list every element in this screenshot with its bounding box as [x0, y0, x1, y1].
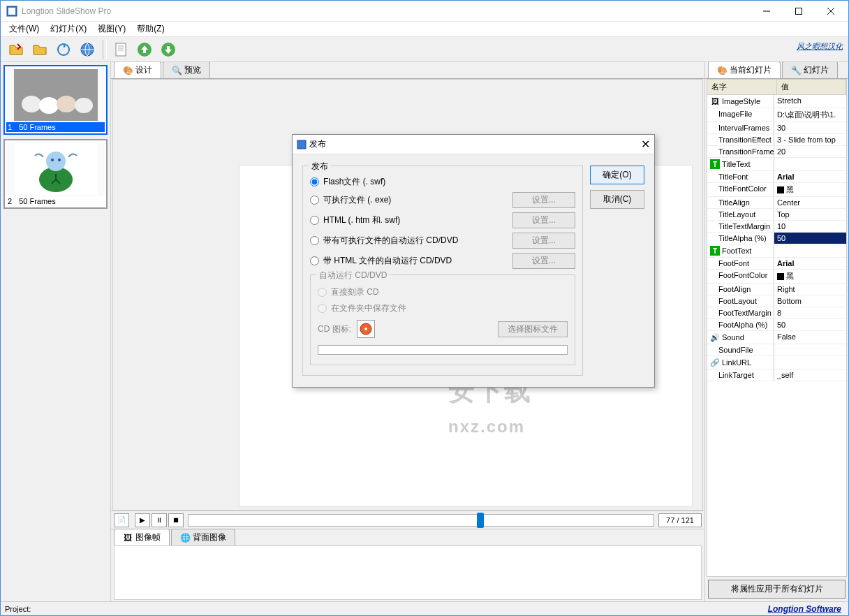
publish-group-label: 发布 [309, 161, 331, 173]
cdhtml-settings-button[interactable]: 设置... [512, 253, 575, 269]
prop-row[interactable]: FootAlignRight [707, 284, 846, 295]
prop-row[interactable]: 🔊SoundFalse [707, 331, 846, 344]
prop-row[interactable]: ImageFileD:\桌面\说明书\1. [707, 108, 846, 122]
prop-row[interactable]: TitleAlignCenter [707, 197, 846, 209]
up-arrow-icon[interactable] [133, 38, 156, 61]
prop-row[interactable]: TitleFontArial [707, 171, 846, 183]
html-settings-button[interactable]: 设置... [512, 212, 575, 228]
prop-row[interactable]: TTitleText [707, 158, 846, 171]
opt-cdexe-radio[interactable] [310, 236, 319, 245]
brand-link[interactable]: Longtion Software [768, 604, 841, 614]
tab-current-slide[interactable]: 🎨当前幻灯片 [708, 61, 781, 78]
app-title: Longtion SlideShow Pro [22, 6, 751, 16]
slide-thumbnails-panel: 150 Frames 250 Frames [1, 62, 111, 601]
svg-point-17 [57, 96, 76, 112]
statusbar: Project: Longtion Software [1, 601, 848, 615]
property-grid[interactable]: 名字值 🖼ImageStyleStretchImageFileD:\桌面\说明书… [707, 79, 847, 577]
play-button[interactable]: ▶ [135, 513, 150, 527]
new-folder-icon[interactable] [5, 38, 27, 61]
prop-row[interactable]: FootAlpha (%)50 [707, 319, 846, 331]
tab-bg-image[interactable]: 🌐背面图像 [171, 529, 235, 545]
playback-bar: 📄 ▶ ⏸ ⏹ 77 / 121 [111, 511, 704, 529]
opt-exe-radio[interactable] [310, 196, 319, 205]
cancel-button[interactable]: 取消(C) [590, 190, 644, 209]
frame-icon: 🖼 [123, 533, 133, 543]
cdexe-settings-button[interactable]: 设置... [512, 233, 575, 249]
prop-row[interactable]: TitleAlpha (%)50 [707, 233, 846, 244]
menu-slide[interactable]: 幻灯片(X) [45, 22, 92, 36]
dialog-close-icon[interactable]: ✕ [641, 138, 650, 151]
ok-button[interactable]: 确定(O) [590, 166, 644, 184]
prop-row[interactable]: LinkTarget_self [707, 369, 846, 381]
page-icon[interactable]: 📄 [114, 513, 129, 527]
prop-row[interactable]: 🖼ImageStyleStretch [707, 95, 846, 108]
down-arrow-icon[interactable] [157, 38, 179, 61]
tab-slides[interactable]: 🔧幻灯片 [782, 61, 838, 78]
snd-icon: 🔊 [710, 332, 720, 342]
tab-preview[interactable]: 🔍预览 [163, 61, 210, 78]
prop-row[interactable]: FootFontColor黑 [707, 270, 846, 284]
preview-icon: 🔍 [172, 66, 182, 75]
stop-button[interactable]: ⏹ [168, 513, 184, 527]
document-icon[interactable] [110, 38, 132, 61]
menu-view[interactable]: 视图(Y) [92, 22, 131, 36]
maximize-button[interactable] [783, 1, 815, 21]
pause-button[interactable]: ⏸ [152, 513, 167, 527]
app-icon [6, 6, 17, 17]
prop-row[interactable]: TitleLayoutTop [707, 209, 846, 221]
exe-settings-button[interactable]: 设置... [512, 192, 575, 208]
thumbnail-2[interactable]: 250 Frames [3, 139, 108, 209]
design-icon: 🎨 [123, 66, 133, 75]
cd-save-radio [318, 304, 327, 313]
prop-row[interactable]: TitleTextMargin10 [707, 221, 846, 233]
tab-design[interactable]: 🎨设计 [114, 61, 161, 78]
tab-image-frame[interactable]: 🖼图像帧 [114, 529, 170, 545]
opt-cdhtml-radio[interactable] [310, 256, 319, 265]
opt-swf-radio[interactable] [310, 177, 319, 186]
prop-row[interactable]: TransitionEffect3 - Slide from top [707, 134, 846, 146]
opt-html-radio[interactable] [310, 216, 319, 225]
prop-row[interactable]: FootFontArial [707, 258, 846, 270]
cd-icon-label: CD 图标: [318, 323, 351, 335]
menu-file[interactable]: 文件(W) [3, 22, 45, 36]
prop-row[interactable]: FootTextMargin8 [707, 307, 846, 319]
globe-icon[interactable] [76, 38, 98, 61]
svg-point-21 [46, 152, 66, 171]
branding-link[interactable]: 风之暇想汉化 [797, 41, 843, 52]
close-button[interactable] [815, 1, 847, 21]
publish-dialog: 发布 ✕ 发布 Flash文件 (. swf) 可执行文件 (. exe)设置.… [292, 134, 655, 388]
svg-point-23 [58, 159, 61, 161]
menu-help[interactable]: 帮助(Z) [131, 22, 170, 36]
svg-rect-1 [8, 8, 15, 15]
frame-counter: 77 / 121 [658, 513, 702, 527]
svg-rect-24 [297, 140, 306, 149]
refresh-icon[interactable] [52, 38, 75, 61]
cd-icon-preview [357, 320, 375, 338]
minimize-button[interactable] [751, 1, 783, 21]
svg-point-18 [75, 98, 93, 113]
timeline-slider[interactable] [188, 514, 654, 527]
cd-burn-radio [318, 288, 327, 297]
select-icon-button[interactable]: 选择图标文件 [498, 321, 568, 337]
thumbnail-1[interactable]: 150 Frames [3, 65, 108, 135]
svg-point-15 [22, 96, 41, 112]
prop-row[interactable]: SoundFile [707, 344, 846, 356]
svg-point-16 [39, 97, 59, 114]
apply-all-button[interactable]: 将属性应用于所有幻灯片 [708, 580, 846, 599]
thumbnail-image [6, 68, 105, 122]
prop-row[interactable]: IntervalFrames30 [707, 122, 846, 134]
cd-group-label: 自动运行 CD/DVD [316, 270, 390, 281]
slide-icon: 🎨 [717, 66, 727, 75]
dialog-title: 发布 [309, 138, 641, 150]
img-icon: 🖼 [710, 96, 720, 106]
project-label: Project: [5, 605, 31, 613]
open-folder-icon[interactable] [29, 38, 51, 61]
prop-row[interactable]: TitleFontColor黑 [707, 183, 846, 197]
svg-point-26 [364, 328, 367, 330]
prop-row[interactable]: TFootText [707, 244, 846, 258]
prop-row[interactable]: FootLayoutBottom [707, 295, 846, 307]
prop-row[interactable]: TransitionFrames20 [707, 146, 846, 158]
prop-row[interactable]: 🔗LinkURL [707, 356, 846, 369]
bottom-tabs: 🖼图像帧 🌐背面图像 [111, 529, 704, 545]
svg-rect-14 [14, 69, 98, 121]
